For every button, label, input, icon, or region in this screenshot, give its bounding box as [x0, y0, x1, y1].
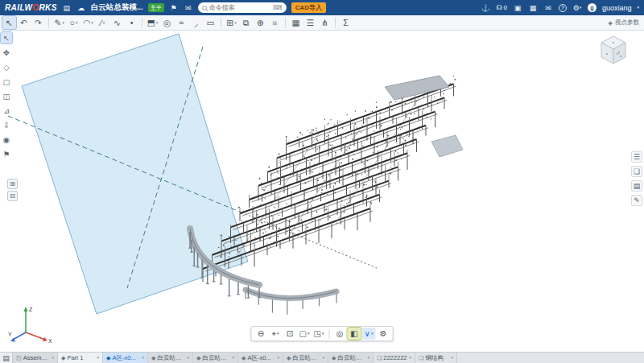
sum-tool[interactable]: Σ [339, 16, 353, 29]
tab-baiyun-4[interactable]: ◆白云站轴...▾ [328, 353, 374, 363]
shell-tool[interactable]: ▭ [204, 16, 217, 29]
chat-icon[interactable]: ✉ [543, 2, 553, 13]
select-tool-glyph: ↖ [6, 18, 13, 27]
circle-tool[interactable]: ○▾ [67, 16, 80, 29]
extrude-tool[interactable]: ⬒▾ [146, 16, 159, 29]
point-tool[interactable]: • [125, 16, 138, 29]
orientation-triad: ZXY [8, 302, 58, 347]
fit-view-button[interactable]: ⊡ [283, 328, 297, 340]
boolean-tool-glyph: ⊕ [257, 18, 264, 27]
panel-toggle-top[interactable]: ⊞ [7, 179, 18, 189]
revolve-tool[interactable]: ◎ [160, 16, 174, 29]
zoom-window-button[interactable]: ⌖▾ [269, 328, 283, 340]
tab-baiyun-3[interactable]: ◆白云站轴...▾ [283, 353, 328, 363]
settings-button[interactable]: ⚙ ▾ [572, 2, 582, 13]
menu-icon[interactable]: ▤ [62, 2, 72, 13]
pan-tool[interactable]: ✥ [1, 47, 12, 58]
divider [221, 18, 221, 27]
display-style-button-glyph: ◧ [350, 329, 357, 338]
chevron-down-icon: ▾ [322, 332, 324, 336]
view-cube[interactable] [597, 34, 630, 71]
chevron-down-icon: ▾ [76, 21, 78, 25]
chevron-down-icon: ▾ [156, 21, 159, 25]
pattern-tool[interactable]: ⊞▾ [225, 16, 238, 29]
visibility-tool[interactable]: ◉ [1, 134, 12, 145]
select-tool[interactable]: ↖ [2, 16, 16, 29]
share-tool[interactable]: ⋔ [318, 16, 332, 29]
sketch-tool[interactable]: ✎▾ [52, 16, 66, 29]
arc-tool[interactable]: ◠▾ [81, 16, 95, 29]
app-logo[interactable]: RAILWORKS [5, 3, 57, 12]
apps-grid-icon[interactable]: ▦ [528, 2, 538, 13]
cad-import-button[interactable]: CAD导入 [291, 2, 326, 13]
table-tool[interactable]: ▦ [289, 16, 303, 29]
cloud-icon[interactable]: ☁ [76, 2, 86, 13]
import-tool-glyph: ⇩ [3, 121, 10, 130]
workspace-icon[interactable]: ⚓ [481, 2, 490, 13]
bom-list-tool[interactable]: ☰ [303, 16, 317, 29]
clipboard-panel-button[interactable]: ▤ [631, 180, 642, 192]
box-select-tool[interactable]: ▢ [1, 76, 12, 87]
tab-assembly[interactable]: ◫Assembl...▾ [13, 353, 58, 363]
redo-button[interactable]: ↷ [31, 16, 45, 29]
tab-folder-steel[interactable]: ❏钢结构▾ [415, 353, 457, 363]
sweep-tool-glyph: ≈ [180, 18, 184, 27]
notes-panel-button[interactable]: ✎ [631, 195, 642, 206]
search-input[interactable] [209, 4, 270, 11]
sweep-tool[interactable]: ≈ [175, 16, 188, 29]
section-view-button[interactable]: ▢▾ [298, 328, 312, 340]
document-title[interactable]: 白云站总装模... [91, 2, 143, 13]
user-menu-chevron-icon[interactable]: ▾ [637, 6, 639, 10]
3d-scene[interactable] [0, 31, 644, 352]
message-icon[interactable]: ✉ [184, 2, 193, 13]
viewpoint-params[interactable]: ◈ 视点参数 [608, 19, 642, 27]
undo-button[interactable]: ↶ [17, 16, 31, 29]
plane-tool[interactable]: ◇ [1, 61, 12, 72]
left-toolbar: ↖✥◇▢◫⊿⇩◉⚑ [1, 32, 12, 159]
image-icon[interactable]: ▣ [513, 2, 522, 13]
measure-tool[interactable]: ⊿ [1, 105, 12, 116]
chevron-down-icon: ▾ [451, 356, 453, 360]
layers-panel-button[interactable]: ❏ [631, 166, 642, 177]
help-icon[interactable]: ? [559, 4, 567, 12]
cursor-select-tool[interactable]: ↖ [1, 32, 12, 43]
mirror-tool[interactable]: ⧉ [239, 16, 253, 29]
avatar[interactable]: g [588, 3, 597, 12]
fillet-tool[interactable]: ◞ [189, 16, 203, 29]
display-style-button[interactable]: ◧ [348, 328, 361, 340]
branch-badge[interactable]: 主干 [148, 3, 164, 12]
tab-menu-button[interactable]: ▤ [0, 353, 13, 363]
transform-tool[interactable]: ⌗ [268, 16, 282, 29]
tab-folder-2222222[interactable]: ❏2222222▾ [374, 353, 415, 363]
command-search[interactable]: ⌨ [198, 2, 287, 13]
line-tool[interactable]: ∕▾ [96, 16, 109, 29]
table-tool-glyph: ▦ [292, 18, 300, 27]
zoom-button[interactable]: ⊖ [254, 328, 268, 340]
flag-icon[interactable]: ⚑ [169, 2, 179, 13]
notification-button[interactable]: ☊ 0 [496, 4, 507, 11]
import-tool[interactable]: ⇩ [1, 119, 12, 130]
panel-toggle-bottom[interactable]: ⊟ [7, 191, 18, 201]
topbar-right-cluster: ⚓ ☊ 0 ▣ ▦ ✉ ? ⚙ ▾ g guoxiang ▾ [481, 2, 639, 13]
divider [48, 18, 49, 27]
visibility-button[interactable]: ◎ [333, 328, 347, 340]
tab-a-area-x0-1[interactable]: ◆A区-x0...▾ [103, 353, 148, 363]
view-orientation-button[interactable]: ◳▾ [312, 328, 326, 340]
viewport[interactable]: ↖✥◇▢◫⊿⇩◉⚑ ⊞⊟ ☰❏▤✎ ⊖⌖▾⊡▢▾◳▾◎◧∨▾⚙ ZXY [0, 31, 644, 352]
spline-tool[interactable]: ∿ [110, 16, 124, 29]
tab-baiyun-2[interactable]: ◆白云站轴...▾ [193, 353, 238, 363]
tag-tool-glyph: ⚑ [3, 150, 10, 159]
tag-tool[interactable]: ⚑ [1, 148, 12, 159]
view-settings-button[interactable]: ⚙ [377, 328, 390, 340]
box-select-tool-glyph: ▢ [3, 77, 10, 86]
tab-part-1[interactable]: ◆Part 1▾ [58, 353, 103, 363]
section-tool[interactable]: ◫ [1, 90, 12, 101]
shell-tool-glyph: ▭ [207, 18, 215, 27]
list-panel-button[interactable]: ☰ [631, 151, 642, 163]
boolean-tool[interactable]: ⊕ [254, 16, 267, 29]
username[interactable]: guoxiang [602, 4, 632, 12]
logo-text-left: RAILW [5, 3, 32, 12]
navigation-mode-button[interactable]: ∨▾ [362, 328, 376, 340]
tab-baiyun-1[interactable]: ◆白云站轴...▾ [148, 353, 193, 363]
tab-a-area-x0-2[interactable]: ◆A区-x0...▾ [238, 353, 283, 363]
